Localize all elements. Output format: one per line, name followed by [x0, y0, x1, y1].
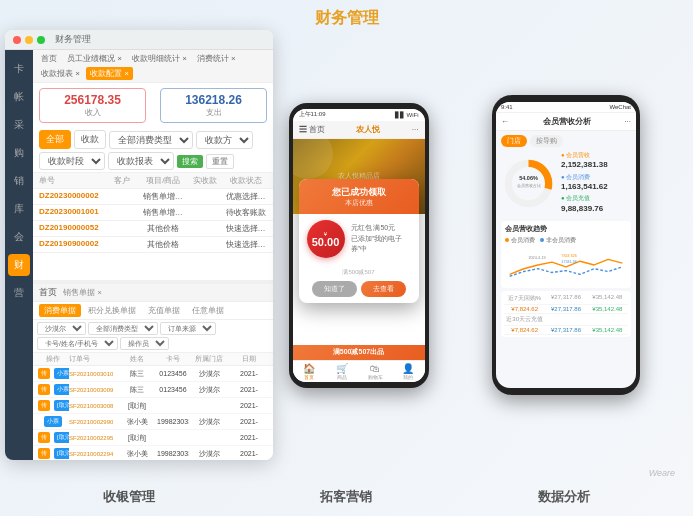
- btn-enter-2[interactable]: 传: [38, 384, 50, 395]
- sidebar-icon-marketing[interactable]: 营: [8, 282, 30, 304]
- p2-trend-title: 会员营收趋势: [505, 224, 627, 234]
- p2-amt-3-col3: ¥35,142.48: [587, 327, 628, 333]
- analytics-phone-device: 9:41 WeChat ← 会员营收分析 ··· 门店 按导: [492, 95, 640, 395]
- ptab-other[interactable]: 任意单据: [187, 304, 229, 317]
- pos-row-2: 传 小票 作废 SF20210003009 陈三 0123456 沙漠尔 202…: [33, 382, 273, 398]
- main-container: 财务管理 财务管理 卡 帐 采 购 销 库 会: [0, 0, 693, 516]
- app-titlebar: 财务管理: [5, 30, 273, 50]
- td-cust-3: [101, 223, 142, 234]
- filter-payer[interactable]: 收款方: [196, 131, 253, 149]
- btn-enter-1[interactable]: 传: [38, 368, 50, 379]
- btn-cancel-3[interactable]: [取消]: [54, 400, 69, 411]
- td-amt-4: [184, 239, 225, 250]
- sidebar-icon-storage[interactable]: 库: [8, 198, 30, 220]
- sidebar-icon-sales[interactable]: 销: [8, 170, 30, 192]
- p1-signal: ▊▊ WiFi: [395, 111, 419, 118]
- p2-amt-2-col3: [587, 315, 628, 324]
- td-id-4: DZ20190900002: [39, 239, 101, 250]
- p2-stat-val-2: 1,163,541.62: [561, 181, 631, 192]
- p1-nav-goods-label: 商品: [337, 374, 347, 380]
- sidebar-icon-member[interactable]: 会: [8, 226, 30, 248]
- td-item-3: 其他价格: [143, 223, 184, 234]
- ptd-op-4: 小票: [37, 416, 69, 427]
- p1-nav-home[interactable]: 🏠 首页: [293, 361, 326, 382]
- filter-report[interactable]: 收款报表: [108, 152, 174, 170]
- sidebar-icon-purchase[interactable]: 采: [8, 114, 30, 136]
- fnav-home[interactable]: 首页: [37, 52, 61, 65]
- ptd-date-1: 2021-: [229, 370, 269, 377]
- btn-search[interactable]: 搜索: [177, 155, 203, 168]
- min-btn[interactable]: [25, 36, 33, 44]
- p2-amt-1-col1: ¥7,824.62: [504, 306, 545, 312]
- td-item-2: 销售单增值税: [143, 207, 184, 218]
- sidebar-icon-account[interactable]: 帐: [8, 86, 30, 108]
- btn-enter-3[interactable]: 传: [38, 400, 50, 411]
- sidebar-icon-buy[interactable]: 购: [8, 142, 30, 164]
- analytics-column: 9:41 WeChat ← 会员营收分析 ··· 门店 按导: [444, 30, 688, 460]
- btn-ticket-4[interactable]: 小票: [44, 416, 62, 427]
- table-row: DZ20230001001 销售单增值税 待收客账款: [33, 205, 273, 221]
- legend-dot-nonmember: [540, 238, 544, 242]
- btn-ticket-2[interactable]: 小票: [54, 384, 69, 395]
- btn-ticket-1[interactable]: 小票: [54, 368, 69, 379]
- btn-know[interactable]: 知道了: [312, 281, 357, 297]
- p1-more[interactable]: ···: [412, 125, 419, 134]
- legend-dot-member: [505, 238, 509, 242]
- filter-type[interactable]: 全部消费类型: [109, 131, 193, 149]
- pos-home[interactable]: 首页: [39, 286, 57, 299]
- analytics-phone-screen: 9:41 WeChat ← 会员营收分析 ··· 门店 按导: [496, 102, 636, 388]
- p2-stat-1: ● 会员营收 2,152,381.38: [561, 151, 631, 171]
- p2-more[interactable]: ···: [624, 117, 631, 126]
- ptd-op-3: 传 [取消]: [37, 400, 69, 411]
- btn-reset[interactable]: 重置: [206, 154, 234, 169]
- p2-tab-guide[interactable]: 按导购: [530, 135, 563, 147]
- max-btn[interactable]: [37, 36, 45, 44]
- ptab-consume[interactable]: 消费单据: [39, 304, 81, 317]
- p2-back[interactable]: ←: [501, 117, 509, 126]
- filter-all[interactable]: 全部: [39, 130, 71, 149]
- ptab-recharge[interactable]: 充值单据: [143, 304, 185, 317]
- close-btn[interactable]: [13, 36, 21, 44]
- p1-nav-mine[interactable]: 👤 我的: [392, 361, 425, 382]
- pth-card: 卡号: [157, 354, 189, 364]
- btn-cancel-5[interactable]: [取消]: [54, 432, 69, 443]
- popup-header: 您已成功领取 本店优惠: [299, 179, 419, 215]
- promo-phone-column: 上午11:09 ▊▊ WiFi ☰ 首页 农人悦 ···: [281, 30, 436, 460]
- p1-back[interactable]: ☰ 首页: [299, 124, 325, 135]
- filter-payment[interactable]: 收款: [74, 130, 106, 149]
- svg-text:7824.626: 7824.626: [561, 254, 577, 258]
- btn-enter-5[interactable]: 传: [38, 432, 50, 443]
- fnav-config[interactable]: 收款配置 ×: [86, 67, 133, 80]
- fnav-detail[interactable]: 收款明细统计 ×: [128, 52, 191, 65]
- home-icon: 🏠: [303, 363, 315, 374]
- td-id-1: DZ20230000002: [39, 191, 101, 202]
- ptd-card-1: 0123456: [157, 370, 189, 377]
- p1-nav-goods[interactable]: 🛒 商品: [326, 361, 359, 382]
- sidebar-icon-finance[interactable]: 财: [8, 254, 30, 276]
- sidebar-icon-card[interactable]: 卡: [8, 58, 30, 80]
- pf-search[interactable]: 卡号/姓名/手机号: [37, 337, 118, 350]
- promo-banner: 满500减507出品: [293, 345, 425, 360]
- p1-store-name: 农人悦: [356, 124, 380, 135]
- pf-store[interactable]: 沙漠尔: [37, 322, 86, 335]
- ptab-points[interactable]: 积分兑换单据: [83, 304, 141, 317]
- p2-tab-store[interactable]: 门店: [501, 135, 527, 147]
- p2-stat-2: ● 会员消费 1,163,541.62: [561, 173, 631, 193]
- cart-icon: 🛍: [370, 363, 380, 374]
- income-value: 256178.35: [46, 93, 139, 107]
- popup-note: 满500减507: [307, 268, 411, 277]
- filter-time[interactable]: 收款时段: [39, 152, 105, 170]
- pf-type[interactable]: 全部消费类型: [88, 322, 158, 335]
- pf-operator[interactable]: 操作员: [120, 337, 169, 350]
- ptd-date-2: 2021-: [229, 386, 269, 393]
- pf-source[interactable]: 订单来源: [160, 322, 216, 335]
- btn-view[interactable]: 去查看: [361, 281, 406, 297]
- btn-cancel-6[interactable]: [取消]: [54, 448, 69, 459]
- p1-nav-cart[interactable]: 🛍 购物车: [359, 361, 392, 382]
- fnav-consume[interactable]: 消费统计 ×: [193, 52, 240, 65]
- btn-enter-6[interactable]: 传: [38, 448, 50, 459]
- fnav-report[interactable]: 收款报表 ×: [37, 67, 84, 80]
- filter-row: 全部 收款 全部消费类型 收款方 收款时段 收款报表 搜索 重置: [33, 128, 273, 173]
- td-cust-2: [101, 207, 142, 218]
- fnav-performance[interactable]: 员工业绩概况 ×: [63, 52, 126, 65]
